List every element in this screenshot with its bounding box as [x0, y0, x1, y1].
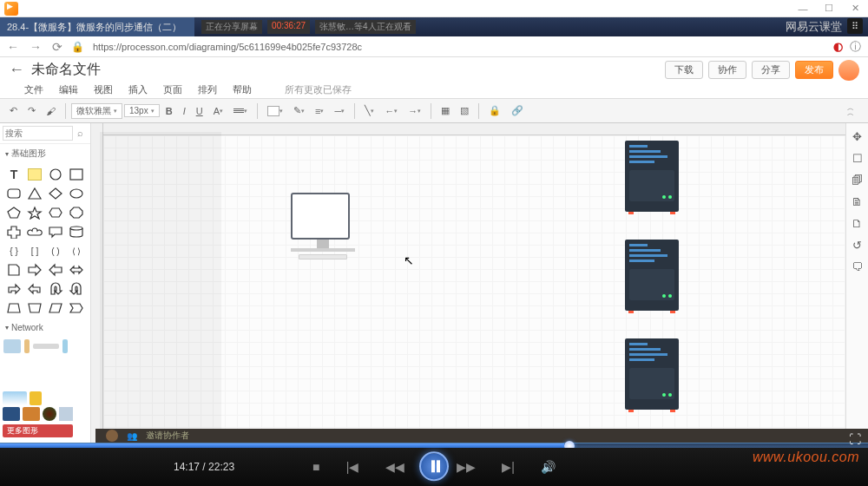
category-network[interactable]: Network: [0, 319, 90, 336]
menu-edit[interactable]: 编辑: [59, 83, 78, 96]
bracket-shape[interactable]: [ ]: [24, 241, 45, 260]
history-icon[interactable]: 🗐: [852, 174, 863, 187]
brush-icon[interactable]: 🖌: [42, 102, 60, 121]
invite-collab-button[interactable]: 邀请协作者: [146, 430, 189, 442]
doc-back-icon[interactable]: ←: [9, 61, 24, 79]
net-pipe[interactable]: [62, 339, 68, 353]
align-button[interactable]: ▾: [229, 102, 252, 121]
page-icon[interactable]: 🗋: [852, 217, 863, 230]
rewind-button[interactable]: ◀◀: [385, 460, 404, 474]
chat-icon[interactable]: 🗨: [852, 260, 863, 273]
cylinder-shape[interactable]: [66, 222, 87, 241]
canvas-server-3[interactable]: [625, 338, 679, 410]
arrow-u1-shape[interactable]: [45, 279, 66, 299]
cross-shape[interactable]: [3, 222, 24, 241]
pentagon-shape[interactable]: [3, 203, 24, 222]
bold-button[interactable]: B: [161, 102, 177, 121]
net-rack[interactable]: [33, 344, 59, 349]
menu-view[interactable]: 视图: [94, 83, 113, 96]
collab-button[interactable]: 协作: [708, 61, 746, 79]
back-button[interactable]: ▧: [456, 102, 473, 121]
canvas-monitor-shape[interactable]: [291, 193, 355, 259]
undo-icon[interactable]: ↶: [5, 102, 22, 121]
menu-page[interactable]: 页面: [163, 83, 182, 96]
collapse-toolbar-icon[interactable]: ︿︿: [847, 106, 863, 116]
menu-file[interactable]: 文件: [24, 83, 43, 96]
net-globe[interactable]: [43, 407, 56, 421]
net-cloud[interactable]: [3, 391, 27, 405]
arrow-right-shape[interactable]: [24, 260, 45, 279]
star-shape[interactable]: [24, 203, 45, 222]
parallelogram-shape[interactable]: [45, 299, 66, 318]
redo-icon[interactable]: ↷: [23, 102, 40, 121]
doc-shape[interactable]: [3, 260, 24, 279]
net-server1[interactable]: [3, 339, 21, 353]
more-shシapes-button[interactable]: 更多图形: [3, 424, 73, 437]
net-cable[interactable]: [24, 339, 30, 353]
connector-button[interactable]: ╲▾: [360, 102, 378, 121]
menu-insert[interactable]: 插入: [128, 83, 148, 96]
menu-help[interactable]: 帮助: [233, 83, 252, 96]
search-input[interactable]: [3, 126, 73, 141]
minimize-button[interactable]: —: [790, 0, 816, 17]
close-button[interactable]: ✕: [842, 0, 868, 17]
maximize-button[interactable]: ☐: [816, 0, 842, 17]
comment-icon[interactable]: 🗎: [852, 195, 863, 208]
front-button[interactable]: ▦: [437, 102, 454, 121]
arrow-u2-shape[interactable]: [66, 279, 87, 299]
category-basic[interactable]: 基础图形: [0, 144, 90, 163]
user-avatar[interactable]: [838, 60, 859, 81]
line-color-button[interactable]: ✎▾: [289, 102, 309, 121]
hexagon-shape[interactable]: [45, 203, 66, 222]
underline-button[interactable]: U: [192, 102, 207, 121]
share-button[interactable]: 分享: [752, 61, 790, 79]
search-icon[interactable]: ⌕: [73, 126, 88, 141]
nav-back-icon[interactable]: ←: [7, 40, 19, 54]
cloud-shape[interactable]: [24, 222, 45, 241]
step-shape[interactable]: [66, 299, 87, 318]
play-pause-button[interactable]: [419, 451, 449, 481]
brace-left-shape[interactable]: { }: [3, 241, 24, 260]
net-bolt[interactable]: [30, 391, 42, 405]
ext-info-icon[interactable]: ⓘ: [850, 39, 861, 55]
revision-icon[interactable]: ↺: [852, 239, 862, 252]
diamond-shape[interactable]: [45, 184, 66, 203]
navigator-icon[interactable]: ✥: [852, 130, 862, 143]
net-firewall[interactable]: [23, 407, 40, 421]
prev-button[interactable]: |◀: [346, 460, 359, 474]
arrow-turn2-shape[interactable]: [24, 279, 45, 299]
trap1-shape[interactable]: [3, 299, 24, 318]
arrow-turn1-shape[interactable]: [3, 279, 24, 299]
reload-icon[interactable]: ⟳: [52, 40, 62, 54]
download-button[interactable]: 下载: [665, 61, 703, 79]
document-title[interactable]: 未命名文件: [31, 61, 101, 79]
size-select[interactable]: 13px▾: [124, 104, 160, 117]
link-button[interactable]: 🔗: [507, 102, 528, 121]
fullscreen-icon[interactable]: ⛶: [849, 432, 861, 446]
arrow-both-shape[interactable]: [66, 260, 87, 279]
note-shape[interactable]: [24, 165, 45, 184]
theme-icon[interactable]: ☐: [852, 152, 863, 165]
italic-button[interactable]: I: [179, 102, 190, 121]
rounded-shape[interactable]: [3, 184, 24, 203]
triangle-shape[interactable]: [24, 184, 45, 203]
angle-shape[interactable]: ⟨ ⟩: [66, 241, 87, 260]
text-color-button[interactable]: A▾: [209, 102, 227, 121]
octagon-shape[interactable]: [66, 203, 87, 222]
ext-opera-icon[interactable]: ◐: [833, 40, 843, 53]
rect-shape[interactable]: [66, 165, 87, 184]
line-width-button[interactable]: ≡▾: [311, 102, 328, 121]
canvas-server-1[interactable]: [625, 141, 679, 212]
next-button[interactable]: ▶|: [502, 460, 515, 474]
forward-button[interactable]: ▶▶: [457, 460, 476, 474]
callout-shape[interactable]: [45, 222, 66, 241]
nav-forward-icon[interactable]: →: [30, 40, 42, 54]
arrow-start-button[interactable]: ←▾: [380, 102, 402, 121]
canvas-server-2[interactable]: [625, 240, 679, 311]
net-misc[interactable]: [59, 407, 73, 421]
stop-button[interactable]: ■: [312, 460, 319, 474]
fill-color-button[interactable]: ▾: [263, 102, 287, 121]
volume-button[interactable]: 🔊: [541, 460, 556, 474]
arrow-end-button[interactable]: →▾: [404, 102, 425, 121]
ellipse-shape[interactable]: [66, 184, 87, 203]
